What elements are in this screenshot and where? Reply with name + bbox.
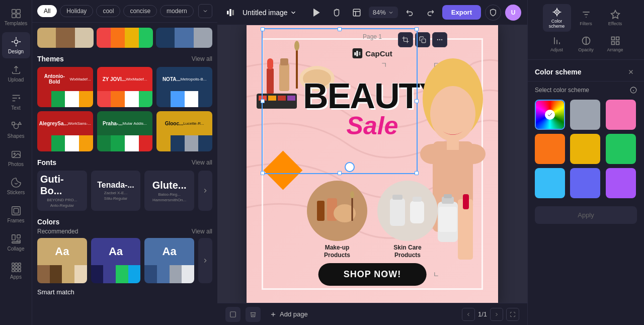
svg-rect-68 (410, 201, 424, 223)
copy-tool-button[interactable] (415, 32, 430, 47)
theme-card-3[interactable]: AlegreySa...WorkSans-... (37, 111, 93, 151)
color-next-button[interactable] (198, 238, 212, 283)
svg-rect-16 (12, 263, 14, 266)
sidebar-item-templates[interactable]: Templates (2, 4, 30, 30)
more-tool-button[interactable] (432, 32, 447, 47)
color-swatch-rainbow[interactable] (535, 100, 565, 130)
capcut-logo-icon (223, 6, 237, 20)
bottom-tool-1[interactable] (225, 307, 240, 322)
color-card-2[interactable]: Aa (144, 238, 194, 283)
zoom-dropdown-icon (388, 10, 394, 16)
theme-card-2[interactable]: NOTA...Metropolis-B... (156, 67, 212, 107)
title-dropdown-icon (290, 9, 297, 16)
fullscreen-button[interactable] (506, 308, 519, 321)
svg-rect-81 (616, 37, 619, 40)
color-swatch-green[interactable] (606, 134, 636, 164)
add-page-button[interactable]: Add page (266, 308, 312, 320)
tag-concise[interactable]: concise (123, 5, 157, 17)
color-swatch-purple[interactable] (606, 168, 636, 198)
tags-row: All Holiday cool concise modern (32, 0, 217, 23)
crop-tool-button[interactable] (398, 32, 413, 47)
page-prev-button[interactable] (462, 308, 475, 321)
canvas-toolbar (398, 32, 447, 47)
color-swatch-pink[interactable] (606, 100, 636, 130)
theme-card-4[interactable]: Praha-...Mular Addis... (97, 111, 153, 151)
redo-button[interactable] (422, 5, 438, 21)
products-row: Make-upProducts Skin CareProducts (259, 181, 486, 260)
right-icon-row: Color scheme Filters Effects Adjust Opac… (528, 0, 644, 60)
font-card-2[interactable]: Glute... Baloo-Reg... HammersmithOn... (144, 171, 194, 211)
product-label-2: Skin CareProducts (393, 244, 421, 260)
swatch-warm[interactable] (37, 28, 94, 48)
color-card-1[interactable]: Aa (91, 238, 141, 283)
canvas-frame[interactable]: CapCut BEAUTY Sale (247, 25, 498, 303)
svg-rect-34 (279, 63, 289, 91)
apply-button[interactable]: Apply (535, 206, 637, 224)
rotation-handle[interactable] (345, 162, 355, 172)
play-button[interactable] (308, 5, 325, 21)
color-swatch-yellow[interactable] (570, 134, 600, 164)
theme-card-0[interactable]: Antonio-BoldWixMadef... (37, 67, 93, 107)
svg-point-37 (294, 41, 299, 51)
sidebar-item-stickers[interactable]: Stickers (2, 173, 30, 199)
top-bar-actions: 84% Export U (308, 5, 521, 21)
sidebar-item-shapes[interactable]: Shapes (2, 117, 30, 143)
theme-card-1[interactable]: ZY JOVI...WixMadef... (97, 67, 153, 107)
color-swatch-orange[interactable] (535, 134, 565, 164)
font-card-0[interactable]: Guti-Bo... BEYOND PRO... Anto-Regular (37, 171, 87, 211)
hand-tool-button[interactable] (329, 5, 345, 21)
svg-point-30 (442, 39, 442, 40)
theme-card-5[interactable]: Glooc...Lucette-R... (156, 111, 212, 151)
shield-button[interactable] (485, 5, 501, 21)
export-button[interactable]: Export (442, 5, 481, 20)
themes-view-all[interactable]: View all (192, 55, 212, 62)
font-next-button[interactable] (198, 171, 212, 211)
color-scheme-header: Color scheme (528, 60, 644, 82)
tag-holiday[interactable]: Holiday (60, 5, 93, 17)
sidebar-item-frames[interactable]: Frames (2, 201, 30, 227)
color-card-0[interactable]: Aa (37, 238, 87, 283)
right-item-effects[interactable]: Effects (601, 7, 629, 29)
sidebar-item-photos[interactable]: Photos (2, 145, 30, 171)
swatch-cool[interactable] (156, 28, 212, 48)
svg-rect-82 (611, 42, 614, 45)
undo-button[interactable] (402, 5, 418, 21)
right-item-adjust[interactable]: Adjust (543, 33, 571, 55)
tag-cool[interactable]: cool (96, 5, 120, 17)
right-item-color-scheme[interactable]: Color scheme (543, 4, 571, 32)
tag-modern[interactable]: modern (160, 5, 194, 17)
svg-rect-20 (15, 266, 18, 269)
bottom-tool-2[interactable] (246, 307, 261, 322)
fonts-view-all[interactable]: View all (192, 159, 212, 166)
right-item-filters[interactable]: Filters (572, 7, 600, 29)
color-scheme-info-icon (630, 87, 637, 94)
document-title[interactable]: Untitled image (243, 9, 297, 17)
right-item-arrange[interactable]: Arrange (601, 33, 629, 55)
sidebar-item-apps[interactable]: Apps (2, 258, 30, 284)
shop-now-button[interactable]: SHOP NOW! (318, 263, 427, 286)
svg-rect-61 (317, 201, 325, 221)
svg-rect-41 (259, 96, 267, 101)
font-card-1[interactable]: Tenada-... Zacbel X-E... Stilu-Regular (91, 171, 141, 211)
colors-view-all[interactable]: View all (192, 228, 212, 235)
sidebar-item-upload[interactable]: Upload (2, 60, 30, 87)
color-swatch-blue[interactable] (535, 168, 565, 198)
sidebar-item-design[interactable]: Design (2, 32, 30, 58)
color-scheme-close-button[interactable] (625, 66, 637, 78)
color-swatch-gray[interactable] (570, 100, 600, 130)
user-avatar[interactable]: U (505, 5, 521, 21)
svg-point-31 (437, 39, 438, 40)
svg-point-50 (430, 86, 475, 141)
zoom-control[interactable]: 84% (369, 7, 398, 18)
right-item-opacity[interactable]: Opacity (572, 33, 600, 55)
layout-button[interactable] (349, 5, 365, 21)
color-swatch-indigo[interactable] (570, 168, 600, 198)
page-next-button[interactable] (490, 308, 503, 321)
sidebar-item-text[interactable]: Text (2, 89, 30, 115)
swatch-multi[interactable] (97, 28, 153, 48)
product-1: Make-upProducts (307, 181, 367, 260)
tag-all[interactable]: All (37, 5, 57, 17)
sidebar-item-collage[interactable]: Collage (2, 229, 30, 256)
more-tags-button[interactable] (198, 4, 212, 18)
canvas-corner-tr (379, 62, 386, 71)
